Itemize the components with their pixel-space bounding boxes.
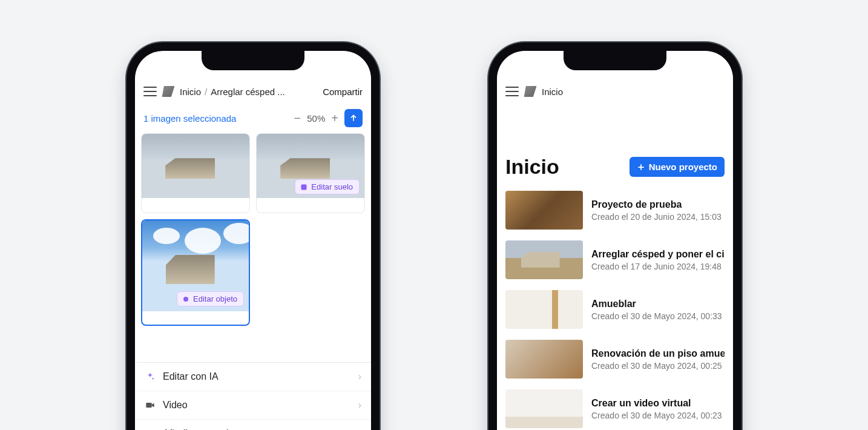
project-name: Crear un video virtual <box>591 398 725 409</box>
phone-screen-right: Inicio Inicio Nuevo proyecto Proyecto de… <box>497 51 733 430</box>
floor-icon <box>300 184 307 191</box>
app-logo-icon <box>524 86 536 97</box>
upload-button[interactable] <box>344 109 363 127</box>
object-icon <box>182 296 189 303</box>
menu-label: Editar con IA <box>163 371 219 382</box>
project-meta: Creado el 20 de Junio 2024, 15:03 <box>591 212 725 222</box>
project-info: Amueblar Creado el 30 de Mayo 2024, 00:3… <box>591 299 725 321</box>
thumbnail-card[interactable]: Editar suelo <box>256 133 365 213</box>
menu-label: Video <box>163 400 188 411</box>
selection-bar: 1 imagen seleccionada − 50% + <box>135 109 371 133</box>
breadcrumb-page[interactable]: Arreglar césped ... <box>211 87 285 97</box>
edit-object-badge[interactable]: Editar objeto <box>177 291 244 306</box>
menu-edit-ai[interactable]: Editar con IA › <box>135 363 371 391</box>
thumbnail-image <box>142 134 249 198</box>
project-name: Renovación de un piso amueb. <box>591 348 725 359</box>
phone-notch <box>564 51 666 70</box>
svg-point-1 <box>183 297 188 302</box>
project-meta: Creado el 30 de Mayo 2024, 00:33 <box>591 311 725 321</box>
zoom-in-icon[interactable]: + <box>331 112 338 124</box>
stage: Inicio / Arreglar césped ... Compartir 1… <box>0 0 868 430</box>
project-name: Amueblar <box>591 299 725 309</box>
header-right: Inicio <box>497 74 733 109</box>
share-button[interactable]: Compartir <box>323 87 363 97</box>
breadcrumb: Inicio / Arreglar césped ... <box>180 87 317 97</box>
zoom-out-icon[interactable]: − <box>294 112 301 124</box>
breadcrumb-home[interactable]: Inicio <box>180 87 201 97</box>
chevron-right-icon: › <box>358 371 361 382</box>
project-row[interactable]: Amueblar Creado el 30 de Mayo 2024, 00:3… <box>505 290 725 329</box>
project-name: Proyecto de prueba <box>591 199 725 210</box>
page-title: Inicio <box>505 155 559 179</box>
phone-notch <box>202 51 304 70</box>
project-info: Renovación de un piso amueb. Creado el 3… <box>591 348 725 371</box>
project-list: Proyecto de prueba Creado el 20 de Junio… <box>497 191 733 428</box>
project-row[interactable]: Proyecto de prueba Creado el 20 de Junio… <box>505 191 725 230</box>
arrow-up-icon <box>349 113 358 123</box>
project-info: Arreglar césped y poner el cie. Creado e… <box>591 249 725 271</box>
selection-count[interactable]: 1 imagen seleccionada <box>143 113 236 124</box>
project-info: Crear un video virtual Creado el 30 de M… <box>591 398 725 420</box>
zoom-level: 50% <box>307 113 325 124</box>
menu-icon[interactable] <box>143 87 157 96</box>
app-logo-icon <box>162 86 174 97</box>
project-thumb <box>505 290 583 329</box>
project-row[interactable]: Arreglar césped y poner el cie. Creado e… <box>505 240 725 279</box>
breadcrumb-sep: / <box>205 87 207 97</box>
project-thumb <box>505 340 583 379</box>
project-row[interactable]: Crear un video virtual Creado el 30 de M… <box>505 389 725 428</box>
svg-rect-0 <box>301 184 307 190</box>
thumbnail-card[interactable] <box>141 133 250 213</box>
menu-video[interactable]: Video › <box>135 391 371 420</box>
project-info: Proyecto de prueba Creado el 20 de Junio… <box>591 199 725 222</box>
project-thumb <box>505 240 583 279</box>
menu-icon[interactable] <box>505 87 519 96</box>
plus-icon <box>637 163 645 171</box>
phone-mock-left: Inicio / Arreglar césped ... Compartir 1… <box>127 42 380 430</box>
thumbnail-card-selected[interactable]: Editar objeto <box>141 219 250 326</box>
project-thumb <box>505 389 583 428</box>
video-icon <box>145 400 156 411</box>
phone-screen-left: Inicio / Arreglar césped ... Compartir 1… <box>135 51 371 430</box>
badge-label: Editar objeto <box>193 294 237 303</box>
new-project-button[interactable]: Nuevo proyecto <box>630 157 725 177</box>
badge-label: Editar suelo <box>311 182 353 191</box>
zoom-controls: − 50% + <box>294 109 363 127</box>
project-meta: Creado el 17 de Junio 2024, 19:48 <box>591 262 725 271</box>
action-menu: Editar con IA › Video › Añadir marca de … <box>135 362 371 430</box>
new-project-label: Nuevo proyecto <box>649 162 717 172</box>
project-name: Arreglar césped y poner el cie. <box>591 249 725 260</box>
header-home[interactable]: Inicio <box>542 87 563 97</box>
sparkle-icon <box>145 371 156 382</box>
menu-watermark[interactable]: Añadir marca de agua <box>135 420 371 430</box>
project-meta: Creado el 30 de Mayo 2024, 00:25 <box>591 361 725 371</box>
project-thumb <box>505 191 583 230</box>
thumbnail-grid: Editar suelo Editar objeto <box>135 133 371 326</box>
chevron-right-icon: › <box>358 400 361 411</box>
header-left: Inicio / Arreglar césped ... Compartir <box>135 74 371 109</box>
title-bar: Inicio Nuevo proyecto <box>497 155 733 179</box>
svg-rect-2 <box>146 403 151 408</box>
project-row[interactable]: Renovación de un piso amueb. Creado el 3… <box>505 340 725 379</box>
edit-floor-badge[interactable]: Editar suelo <box>295 179 360 194</box>
project-meta: Creado el 30 de Mayo 2024, 00:23 <box>591 411 725 420</box>
phone-mock-right: Inicio Inicio Nuevo proyecto Proyecto de… <box>488 42 741 430</box>
